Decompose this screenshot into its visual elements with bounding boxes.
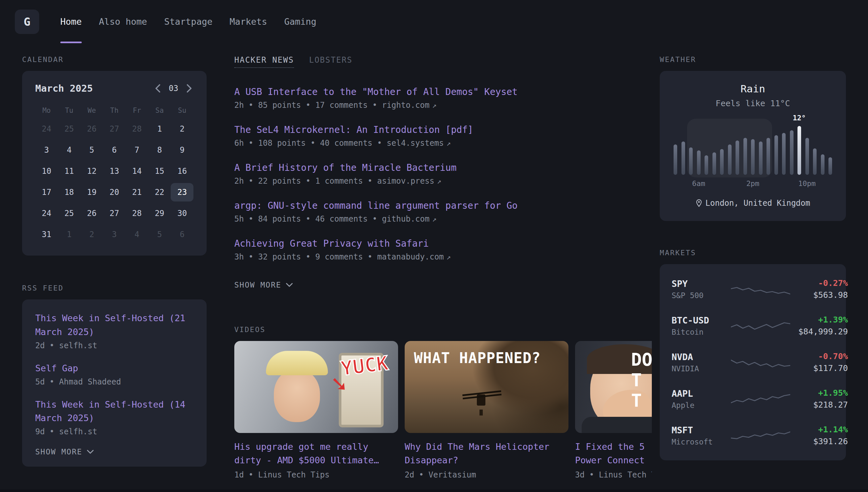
calendar-widget-title: CALENDAR	[22, 55, 207, 64]
market-row-btc-usd[interactable]: BTC-USDBitcoin+1.39%$84,999.29	[672, 308, 834, 344]
weather-location: London, United Kingdom	[672, 198, 834, 208]
weather-bar	[774, 135, 778, 175]
news-item-source[interactable]: matanabudy.com	[377, 252, 444, 262]
calendar-prev-button[interactable]	[154, 83, 162, 94]
calendar-day: 20	[103, 183, 126, 201]
video-meta: 2d • Veritasium	[405, 470, 569, 479]
market-name: S&P 500	[672, 291, 731, 300]
main-content: CALENDAR March 2025 03 MoTuWeThFrSaSu242…	[0, 43, 868, 492]
market-row-aapl[interactable]: AAPLApple+1.95%$218.27	[672, 380, 834, 417]
calendar-day: 5	[148, 225, 171, 244]
rss-item-title[interactable]: This Week in Self-Hosted (21 March 2025)	[35, 311, 193, 339]
news-item-stats: 3h • 32 points • 9 comments •	[234, 252, 377, 262]
calendar-weekday-label: Su	[171, 104, 193, 117]
thumbnail-overlay-text: WHAT HAPPENED?	[414, 349, 541, 366]
news-item-title[interactable]: argp: GNU-style command line argument pa…	[234, 200, 632, 211]
calendar-day: 12	[80, 162, 103, 180]
markets-widget: MARKETS SPYS&P 500-0.27%$563.98BTC-USDBi…	[660, 249, 846, 460]
app-logo[interactable]: G	[15, 9, 39, 34]
video-thumbnail[interactable]: DO T T	[575, 341, 652, 433]
news-item: A Brief History of the Miracle Bacterium…	[234, 162, 632, 186]
calendar-day: 29	[148, 204, 171, 223]
calendar-day: 4	[126, 225, 148, 244]
bottom-strip	[0, 489, 868, 492]
external-link-icon: ↗	[447, 253, 451, 261]
news-item-source[interactable]: github.com	[382, 214, 430, 224]
market-sparkline	[731, 390, 790, 408]
market-row-msft[interactable]: MSFTMicrosoft+1.14%$391.26	[672, 417, 834, 454]
market-name: Apple	[672, 401, 731, 410]
news-item-title[interactable]: The SeL4 Microkernel: An Introduction [p…	[234, 124, 632, 135]
news-item-source[interactable]: righto.com	[382, 101, 430, 110]
calendar-day: 28	[126, 204, 148, 223]
weather-widget-title: WEATHER	[660, 55, 846, 64]
nav-tab-startpage[interactable]: Startpage	[164, 0, 212, 43]
video-thumbnail[interactable]: YUCK	[234, 341, 398, 433]
calendar-day: 8	[148, 141, 171, 159]
chevron-down-icon	[87, 450, 94, 454]
rss-show-more-label: SHOW MORE	[35, 447, 82, 456]
market-row-nvda[interactable]: NVDANVIDIA-0.70%$117.70	[672, 344, 834, 380]
market-change: +1.95%	[790, 388, 848, 398]
calendar-day: 18	[58, 183, 81, 201]
weather-bar	[743, 138, 747, 175]
video-card[interactable]: YUCKHis upgrade got me really dirty - AM…	[234, 341, 398, 479]
external-link-icon: ↗	[432, 101, 436, 109]
calendar-day: 28	[126, 120, 148, 138]
markets-card: SPYS&P 500-0.27%$563.98BTC-USDBitcoin+1.…	[660, 264, 846, 460]
video-card[interactable]: WHAT HAPPENED?Why Did The Mars Helicopte…	[405, 341, 569, 479]
news-item-stats: 6h • 108 points • 40 comments •	[234, 139, 387, 148]
news-item-source[interactable]: asimov.press	[377, 176, 434, 186]
weather-bar	[674, 144, 677, 175]
external-link-icon: ↗	[437, 177, 441, 185]
news-item-title[interactable]: Achieving Great Privacy with Safari	[234, 238, 632, 249]
weather-bar	[697, 150, 701, 175]
feed-tab-hacker-news[interactable]: HACKER NEWS	[234, 55, 294, 68]
videos-widget-title: VIDEOS	[234, 325, 632, 334]
calendar-day: 19	[80, 183, 103, 201]
market-name: Bitcoin	[672, 328, 731, 336]
market-values-block: +1.39%$84,999.29	[790, 315, 848, 336]
weather-bar	[682, 142, 685, 175]
nav-tab-markets[interactable]: Markets	[230, 0, 267, 43]
rss-item-title[interactable]: Self Gap	[35, 362, 193, 375]
market-row-spy[interactable]: SPYS&P 500-0.27%$563.98	[672, 271, 834, 308]
weather-hour-label: 2pm	[746, 179, 760, 188]
calendar-day: 7	[126, 141, 148, 159]
market-change: +1.14%	[790, 425, 848, 434]
news-item-source[interactable]: sel4.systems	[387, 139, 444, 148]
news-item-title[interactable]: A Brief History of the Miracle Bacterium	[234, 162, 632, 173]
market-ticker: SPY	[672, 279, 731, 289]
news-show-more-button[interactable]: SHOW MORE	[234, 280, 293, 289]
calendar-day: 16	[171, 162, 193, 180]
video-title[interactable]: I Fixed the 5 Power Connect	[575, 440, 652, 467]
calendar-day: 25	[58, 204, 81, 223]
news-item-meta: 2h • 85 points • 17 comments • righto.co…	[234, 101, 632, 110]
calendar-next-button[interactable]	[185, 83, 193, 94]
calendar-day: 26	[80, 120, 103, 138]
market-price: $391.26	[790, 437, 848, 446]
left-column: CALENDAR March 2025 03 MoTuWeThFrSaSu242…	[22, 55, 207, 492]
video-title[interactable]: Why Did The Mars Helicopter Disappear?	[405, 440, 569, 467]
rss-show-more-button[interactable]: SHOW MORE	[35, 447, 94, 456]
video-card[interactable]: DO T TI Fixed the 5 Power Connect3d • Li…	[575, 341, 652, 479]
videos-row: YUCKHis upgrade got me really dirty - AM…	[234, 341, 652, 479]
market-price: $84,999.29	[790, 327, 848, 336]
market-sparkline	[731, 353, 790, 371]
rss-item-meta: 2d • selfh.st	[35, 341, 193, 350]
rss-item-title[interactable]: This Week in Self-Hosted (14 March 2025)	[35, 398, 193, 425]
nav-tab-home[interactable]: Home	[60, 0, 82, 43]
calendar-day-selected: 23	[171, 183, 193, 201]
weather-bar	[813, 148, 817, 175]
calendar-day: 5	[80, 141, 103, 159]
calendar-weekday-label: We	[80, 104, 103, 117]
nav-tab-also-home[interactable]: Also home	[99, 0, 147, 43]
calendar-day: 13	[103, 162, 126, 180]
news-item-title[interactable]: A USB Interface to the "Mother of All De…	[234, 87, 632, 97]
video-title[interactable]: His upgrade got me really dirty - AMD $5…	[234, 440, 398, 467]
market-symbol-block: NVDANVIDIA	[672, 352, 731, 373]
calendar-day: 27	[103, 204, 126, 223]
nav-tab-gaming[interactable]: Gaming	[284, 0, 316, 43]
video-thumbnail[interactable]: WHAT HAPPENED?	[405, 341, 569, 433]
feed-tab-lobsters[interactable]: LOBSTERS	[309, 55, 352, 67]
